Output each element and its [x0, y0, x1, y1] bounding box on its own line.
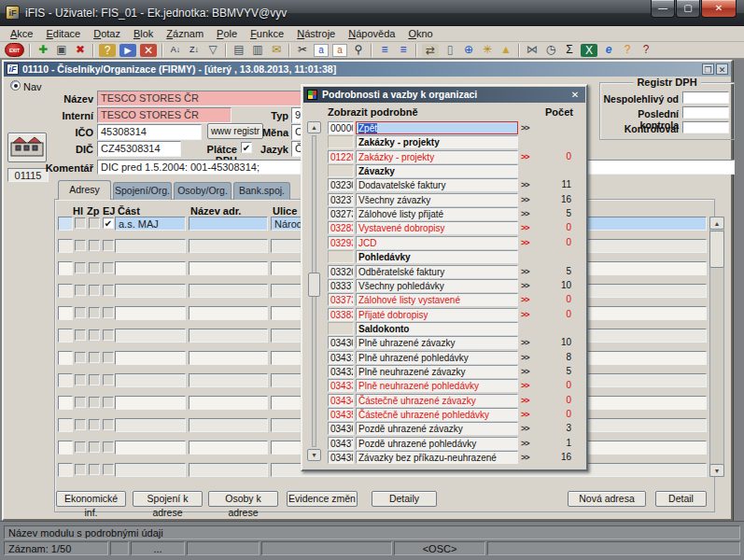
print-icon[interactable]: ▤: [231, 43, 247, 58]
document-icon[interactable]: ▯: [442, 43, 458, 58]
dialog-row-code[interactable]: 03383: [328, 308, 354, 321]
table-scroll-up-icon[interactable]: ▲: [709, 217, 724, 230]
tab-spojenorg[interactable]: Spojení/Org.: [113, 182, 172, 200]
dialog-row-label[interactable]: Zálohové listy přijaté: [356, 207, 518, 220]
button-osoby-k-adrese[interactable]: Osoby k adrese: [208, 491, 278, 507]
row-ej-checkbox[interactable]: [103, 240, 114, 251]
dialog-row-arrow-icon[interactable]: >>: [521, 381, 529, 390]
registr-row-field[interactable]: [682, 91, 729, 104]
dialog-scroll-up-icon[interactable]: ▲: [307, 121, 321, 133]
row-hl-checkbox[interactable]: [75, 217, 86, 229]
ie-icon[interactable]: e: [600, 43, 617, 58]
table-row-selector[interactable]: [58, 239, 73, 253]
dialog-row-code[interactable]: 03432: [328, 365, 354, 378]
dialog-row-label[interactable]: Zakázky - projekty: [356, 150, 518, 163]
dialog-row-code[interactable]: 03434: [328, 394, 354, 407]
row-ej-checkbox[interactable]: [103, 352, 114, 363]
dialog-row-code[interactable]: 03320: [328, 265, 354, 278]
enter-query-icon[interactable]: ?: [99, 44, 116, 57]
row-ej-checkbox[interactable]: [103, 262, 114, 273]
platce-dph-checkbox[interactable]: ✔: [241, 142, 252, 153]
dialog-row-label[interactable]: Závazky: [356, 164, 518, 177]
table-row-selector[interactable]: [58, 396, 73, 410]
dialog-row-label[interactable]: Plně uhrazené závazky: [356, 336, 518, 349]
row-ej-checkbox[interactable]: [103, 307, 114, 318]
menu-item-nápověda[interactable]: Nápověda: [342, 26, 401, 39]
row-hl-checkbox[interactable]: [75, 441, 86, 453]
table-row-selector[interactable]: [58, 351, 73, 365]
dialog-row-arrow-icon[interactable]: >>: [521, 180, 529, 189]
tab-adresy[interactable]: Adresy: [58, 180, 111, 200]
dialog-row-code[interactable]: 03293: [328, 236, 354, 249]
record-list-icon[interactable]: ≡: [376, 43, 393, 58]
clock-icon[interactable]: ◷: [542, 43, 559, 58]
dialog-row-code[interactable]: 03237: [328, 193, 354, 206]
dialog-row-arrow-icon[interactable]: >>: [521, 281, 529, 290]
sum-icon[interactable]: Σ: [561, 43, 578, 58]
row-zp-checkbox[interactable]: [89, 329, 100, 341]
row-zp-checkbox[interactable]: [89, 441, 100, 453]
table-row-selector[interactable]: [58, 373, 73, 387]
table-row-selector[interactable]: [58, 261, 73, 275]
row-cast-field[interactable]: [115, 441, 186, 455]
row-hl-checkbox[interactable]: [75, 397, 86, 408]
dialog-row-label[interactable]: Zálohové listy vystavené: [356, 293, 518, 306]
dialog-row-label[interactable]: Pohledávky: [356, 250, 518, 263]
dialog-row-label[interactable]: Částečně uhrazené závazky: [356, 394, 518, 407]
dialog-row-code[interactable]: 01220: [328, 150, 354, 163]
print-setup-icon[interactable]: ▥: [249, 43, 266, 58]
plot-icon[interactable]: ⋈: [524, 43, 540, 58]
dialog-row-label[interactable]: Plně neuhrazené pohledávky: [356, 379, 518, 392]
row-hl-checkbox[interactable]: [75, 262, 86, 273]
minimize-button[interactable]: —: [651, 0, 675, 18]
table-row-selector[interactable]: [58, 329, 73, 343]
table-row-selector[interactable]: [58, 441, 73, 455]
copy-icon[interactable]: a: [314, 44, 329, 57]
dialog-row-code[interactable]: [328, 135, 354, 148]
dialog-row-label[interactable]: Odběratelské faktury: [356, 265, 518, 278]
dialog-row-arrow-icon[interactable]: >>: [521, 410, 529, 419]
dialog-row-arrow-icon[interactable]: >>: [521, 439, 529, 448]
cut-icon[interactable]: ✂: [294, 43, 311, 58]
row-cast-field[interactable]: [115, 373, 186, 387]
menu-item-nástroje[interactable]: Nástroje: [290, 26, 342, 39]
row-zp-checkbox[interactable]: [89, 397, 100, 408]
row-nazevadr-field[interactable]: [189, 418, 268, 432]
dialog-row-arrow-icon[interactable]: >>: [521, 238, 529, 247]
row-cast-field[interactable]: [115, 351, 186, 365]
dialog-row-code[interactable]: 03431: [328, 351, 354, 364]
row-cast-field[interactable]: [115, 284, 186, 298]
new-record-icon[interactable]: ✚: [35, 43, 51, 58]
globe-icon[interactable]: ⊕: [460, 43, 477, 58]
search-doc-icon[interactable]: ⚲: [350, 43, 367, 58]
form-close-icon[interactable]: ✕: [716, 63, 728, 75]
dialog-row-arrow-icon[interactable]: >>: [521, 453, 529, 462]
row-cast-field[interactable]: [115, 463, 186, 477]
row-nazevadr-field[interactable]: [189, 284, 268, 298]
dialog-row-label[interactable]: Všechny pohledávky: [356, 279, 518, 292]
row-zp-checkbox[interactable]: [89, 464, 100, 475]
row-zp-checkbox[interactable]: [89, 217, 100, 229]
dialog-row-code[interactable]: 03437: [328, 437, 354, 450]
table-row-selector[interactable]: [58, 306, 73, 320]
dialog-row-code[interactable]: 03438: [328, 451, 354, 464]
dialog-row-code[interactable]: 03373: [328, 293, 354, 306]
dialog-row-arrow-icon[interactable]: >>: [521, 152, 529, 161]
row-ej-checkbox[interactable]: ✔: [103, 217, 114, 229]
row-zp-checkbox[interactable]: [89, 419, 100, 430]
exit-button[interactable]: EXIT: [5, 43, 24, 57]
dialog-scroll-thumb[interactable]: [308, 273, 320, 297]
table-scroll-down-icon[interactable]: ▼: [709, 464, 724, 477]
dialog-row-code[interactable]: 03435: [328, 408, 354, 421]
row-nazevadr-field[interactable]: [189, 396, 268, 410]
dialog-row-arrow-icon[interactable]: >>: [521, 267, 529, 276]
dialog-row-code[interactable]: [328, 250, 354, 263]
dialog-row-code[interactable]: 03433: [328, 379, 354, 392]
menu-item-blok[interactable]: Blok: [127, 26, 160, 39]
row-hl-checkbox[interactable]: [75, 307, 86, 318]
row-zp-checkbox[interactable]: [89, 374, 100, 385]
dialog-row-arrow-icon[interactable]: >>: [521, 338, 529, 347]
dialog-row-label[interactable]: Dodavatelské faktury: [356, 178, 518, 191]
registr-row-field[interactable]: [682, 106, 729, 119]
row-zp-checkbox[interactable]: [89, 262, 100, 273]
